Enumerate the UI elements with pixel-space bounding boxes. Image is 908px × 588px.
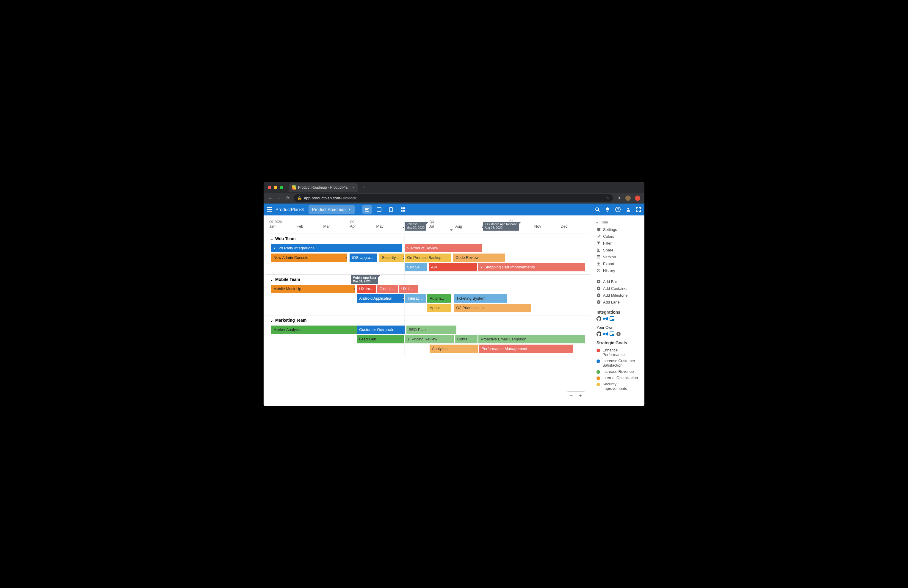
vsts-icon[interactable]: [603, 316, 608, 321]
profile-avatar[interactable]: [625, 195, 631, 201]
back-button[interactable]: ←: [268, 195, 272, 201]
view-board-button[interactable]: [374, 205, 384, 214]
extensions-icon[interactable]: ✦: [617, 195, 621, 201]
bar-q3-priorities[interactable]: Q3 Priorities List: [454, 304, 531, 312]
bar-performance-mgmt[interactable]: Performance Management: [479, 345, 573, 353]
zoom-in-button[interactable]: +: [576, 391, 585, 400]
user-icon[interactable]: [626, 207, 631, 212]
search-icon[interactable]: [595, 207, 600, 212]
bar-android-application[interactable]: Android Application: [357, 294, 404, 303]
bar-shopping-cart[interactable]: Shopping Cart Improvements: [478, 263, 585, 271]
address-bar[interactable]: 🔒 app.productplan.com/Boxyv2r6 ☆: [294, 194, 613, 202]
goal-item[interactable]: Increase Revenue: [597, 368, 640, 375]
bar-mobile-mockup[interactable]: Mobile Mock Up: [271, 285, 355, 293]
goal-item[interactable]: Internal Optimization: [597, 375, 640, 381]
lane-web-team[interactable]: ⌄Web Team: [266, 234, 590, 243]
bar-market-analysis[interactable]: Market Analysis: [271, 325, 357, 334]
add-lane-button[interactable]: Add Lane: [597, 299, 640, 306]
window-minimize[interactable]: [274, 186, 277, 189]
bar-pricing-review[interactable]: Pricing Review: [405, 335, 454, 343]
forward-button[interactable]: →: [277, 195, 282, 201]
milestone-mobile-beta[interactable]: Mobile App BetaMar 31, 2020: [351, 275, 378, 284]
share-link[interactable]: Share: [597, 247, 640, 253]
lane-marketing-team[interactable]: ⌄Marketing Team: [266, 315, 590, 325]
browser-tab[interactable]: Product Roadmap - ProductPla... ×: [289, 183, 357, 192]
bar-3rd-party-integrations[interactable]: 3rd Party Integrations: [271, 244, 402, 252]
extension-badge[interactable]: [635, 195, 640, 201]
fullscreen-icon[interactable]: [636, 207, 641, 212]
download-icon: [597, 261, 601, 266]
milestone-ios-release[interactable]: iOS Mobile App ReleaseAug 28, 2020: [483, 222, 518, 230]
tab-close-icon[interactable]: ×: [352, 185, 355, 190]
lane-mobile-team[interactable]: ⌄Mobile Team Mobile App BetaMar 31, 2020: [266, 274, 590, 284]
new-tab-button[interactable]: +: [362, 184, 365, 190]
window-close[interactable]: [268, 186, 271, 189]
reload-button[interactable]: ⟳: [286, 195, 290, 201]
bar-ticketing-system[interactable]: Ticketing System: [454, 294, 507, 303]
goal-item[interactable]: Increase Customer Satisfaction: [597, 358, 640, 368]
github-icon[interactable]: [597, 316, 601, 321]
svg-line-12: [598, 210, 599, 211]
brush-icon: [597, 234, 601, 238]
app-title[interactable]: ProductPlan-3: [275, 207, 304, 212]
bar-ux-i[interactable]: UX I...: [399, 285, 418, 293]
svg-rect-5: [390, 208, 393, 211]
bar-cloud[interactable]: Cloud ...: [377, 285, 398, 293]
menu-icon[interactable]: [267, 207, 272, 211]
milestone-release[interactable]: ReleaseMay 30, 2020: [405, 222, 426, 230]
view-clipboard-button[interactable]: [386, 205, 396, 214]
trello-icon[interactable]: [610, 332, 614, 336]
bar-customer-outreach[interactable]: Customer Outreach: [357, 325, 405, 334]
add-container-button[interactable]: Add Container: [597, 285, 640, 292]
svg-rect-2: [365, 211, 369, 211]
export-link[interactable]: Export: [597, 260, 640, 267]
vsts-icon[interactable]: [603, 332, 608, 336]
sidebar: ▸Hide Settings Colors Filter Share Versi…: [592, 216, 644, 406]
zoom-out-button[interactable]: −: [567, 391, 576, 400]
help-icon[interactable]: ?: [615, 207, 621, 212]
month-label: Feb: [296, 224, 324, 229]
goal-item[interactable]: Security Improvements: [597, 381, 640, 391]
month-label: May: [376, 224, 403, 229]
bar-proactive-email[interactable]: Proactive Email Campaign: [478, 335, 585, 343]
add-integration-icon[interactable]: [616, 332, 621, 336]
goal-color-dot: [597, 359, 600, 363]
goal-item[interactable]: Enhance Performance: [597, 347, 640, 358]
svg-rect-8: [403, 208, 405, 209]
quarter-label: Q1 2020: [269, 220, 282, 224]
settings-link[interactable]: Settings: [597, 226, 640, 233]
bell-icon[interactable]: [605, 207, 610, 212]
view-timeline-button[interactable]: [362, 205, 372, 214]
colors-link[interactable]: Colors: [597, 233, 640, 240]
chevron-down-icon: ⌄: [270, 318, 274, 322]
bar-automation[interactable]: Autom...: [427, 294, 451, 303]
github-icon[interactable]: [597, 332, 601, 336]
bar-code-review[interactable]: Code Review: [453, 253, 505, 262]
view-table-button[interactable]: [398, 205, 407, 214]
trello-icon[interactable]: [610, 316, 614, 321]
bar-ios-upgrade[interactable]: iOS Upgra...: [349, 253, 377, 262]
add-milestone-button[interactable]: Add Milestone: [597, 292, 640, 299]
bar-analytics[interactable]: Analytics: [430, 345, 478, 353]
roadmap-selector[interactable]: Product Roadmap▼: [309, 205, 355, 214]
bar-seo-plan[interactable]: SEO Plan: [406, 325, 456, 334]
bar-self-service[interactable]: Self Se...: [405, 263, 427, 271]
bar-on-premise-backup[interactable]: On Premise Backup: [405, 253, 451, 262]
bar-interaction[interactable]: Interac...: [405, 294, 426, 303]
bar-lead-gen[interactable]: Lead Gen: [357, 335, 404, 343]
bar-ux-improvements[interactable]: UX Im...: [357, 285, 376, 293]
bar-api[interactable]: API: [429, 263, 477, 271]
bar-content[interactable]: Conte...: [455, 335, 478, 343]
add-bar-button[interactable]: Add Bar: [597, 278, 640, 285]
bar-application[interactable]: Applic...: [427, 304, 451, 312]
bar-security[interactable]: Security...: [379, 253, 404, 262]
bar-product-review[interactable]: Product Review: [405, 244, 482, 252]
window-maximize[interactable]: [280, 186, 283, 189]
version-link[interactable]: Version: [597, 253, 640, 260]
month-label: Mar: [323, 224, 350, 229]
filter-link[interactable]: Filter: [597, 240, 640, 247]
bar-new-admin-console[interactable]: New Admin Console: [271, 253, 347, 262]
history-link[interactable]: History: [597, 267, 640, 274]
star-icon[interactable]: ☆: [606, 196, 610, 200]
hide-sidebar-button[interactable]: ▸Hide: [597, 219, 640, 226]
